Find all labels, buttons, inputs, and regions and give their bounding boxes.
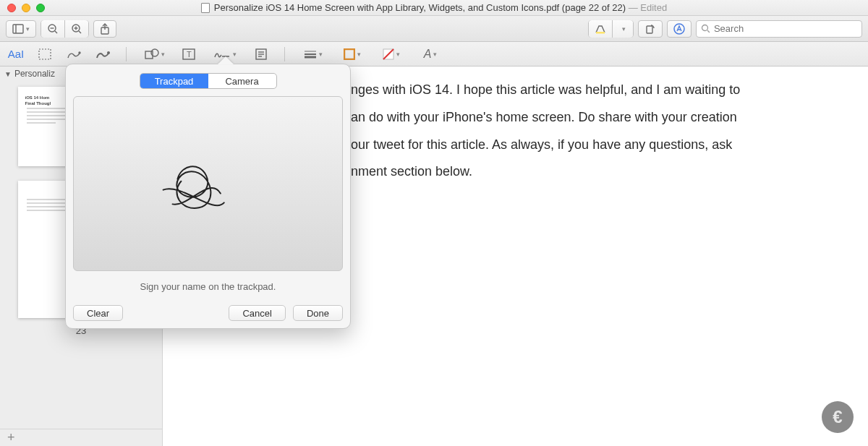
border-style-button[interactable]: ▾ xyxy=(301,47,326,61)
doc-line: nment section below. xyxy=(351,158,839,186)
svg-line-3 xyxy=(55,31,57,33)
tab-trackpad[interactable]: Trackpad xyxy=(140,74,208,88)
highlight-button[interactable] xyxy=(589,20,613,38)
svg-point-17 xyxy=(79,52,80,53)
share-button[interactable] xyxy=(93,20,116,38)
zoom-group xyxy=(41,20,89,38)
svg-point-14 xyxy=(702,25,708,31)
done-button[interactable]: Done xyxy=(293,305,343,321)
sidebar-doc-label: Personaliz xyxy=(14,69,55,79)
markup-toolbar: AaI ▾ T ▾ ▾ ▾ ▾ A ▾ xyxy=(0,42,868,67)
zoom-out-button[interactable] xyxy=(41,20,65,38)
window-title: Personalize iOS 14 Home Screen with App … xyxy=(0,2,868,13)
window-title-text: Personalize iOS 14 Home Screen with App … xyxy=(214,2,626,13)
chevron-down-icon: ▾ xyxy=(161,51,165,58)
watermark-badge: € xyxy=(822,401,854,433)
rotate-button[interactable] xyxy=(638,20,663,38)
sketch-button[interactable] xyxy=(67,47,81,61)
chevron-down-icon: ▾ xyxy=(396,51,400,58)
signature-popover: Trackpad Camera Sign your name on the tr… xyxy=(65,64,351,329)
main-toolbar: ▾ ▾ xyxy=(0,16,868,42)
tab-camera[interactable]: Camera xyxy=(208,74,276,88)
chevron-down-icon: ▾ xyxy=(622,25,626,33)
window-edited-label: — Edited xyxy=(626,2,667,13)
svg-line-6 xyxy=(79,31,81,33)
svg-rect-11 xyxy=(596,32,605,34)
doc-line: our tweet for this article. As always, i… xyxy=(351,132,839,159)
signature-source-segmented: Trackpad Camera xyxy=(140,73,277,89)
minimize-button[interactable] xyxy=(22,4,30,12)
disclosure-triangle-icon: ▼ xyxy=(4,70,12,78)
svg-line-15 xyxy=(707,30,710,33)
highlight-menu-button[interactable]: ▾ xyxy=(613,20,633,38)
add-page-button[interactable]: + xyxy=(7,430,15,445)
chevron-down-icon: ▾ xyxy=(319,51,323,58)
doc-line: nges with iOS 14. I hope this article wa… xyxy=(351,77,839,104)
svg-rect-12 xyxy=(647,26,652,33)
signature-hint: Sign your name on the trackpad. xyxy=(73,281,343,292)
font-style-button[interactable]: A ▾ xyxy=(418,47,443,61)
chevron-down-icon: ▾ xyxy=(433,51,437,58)
highlight-group: ▾ xyxy=(588,20,634,38)
svg-rect-30 xyxy=(344,49,354,59)
search-field[interactable] xyxy=(696,20,862,38)
zoom-in-button[interactable] xyxy=(65,20,88,38)
trackpad-signature-area[interactable] xyxy=(73,96,343,271)
note-button[interactable] xyxy=(254,47,268,61)
svg-rect-16 xyxy=(39,49,51,59)
markup-button[interactable] xyxy=(667,20,692,38)
chevron-down-icon: ▾ xyxy=(26,25,30,33)
border-color-button[interactable]: ▾ xyxy=(340,47,365,61)
sidebar-view-button[interactable]: ▾ xyxy=(6,20,36,38)
traffic-lights xyxy=(7,4,45,12)
document-icon xyxy=(201,3,210,13)
chevron-down-icon: ▾ xyxy=(357,51,361,58)
draw-button[interactable] xyxy=(95,47,110,61)
fullscreen-button[interactable] xyxy=(36,4,45,12)
svg-point-18 xyxy=(108,51,110,53)
svg-text:T: T xyxy=(187,50,192,59)
titlebar: Personalize iOS 14 Home Screen with App … xyxy=(0,0,868,16)
font-a-icon: A xyxy=(424,48,432,61)
search-input[interactable] xyxy=(714,23,857,34)
popover-footer: Clear Cancel Done xyxy=(73,305,343,321)
close-button[interactable] xyxy=(7,4,16,12)
text-box-button[interactable]: T xyxy=(182,47,196,61)
shapes-button[interactable]: ▾ xyxy=(142,47,167,61)
svg-rect-0 xyxy=(13,25,23,33)
doc-line: an do with your iPhone's home screen. Do… xyxy=(351,104,839,132)
text-style-button[interactable]: AaI xyxy=(9,47,23,61)
rect-select-button[interactable] xyxy=(38,47,52,61)
fill-color-button[interactable]: ▾ xyxy=(379,47,404,61)
search-icon xyxy=(701,24,710,33)
cancel-button[interactable]: Cancel xyxy=(229,305,285,321)
clear-button[interactable]: Clear xyxy=(73,305,123,321)
sidebar-footer: + xyxy=(0,429,162,446)
